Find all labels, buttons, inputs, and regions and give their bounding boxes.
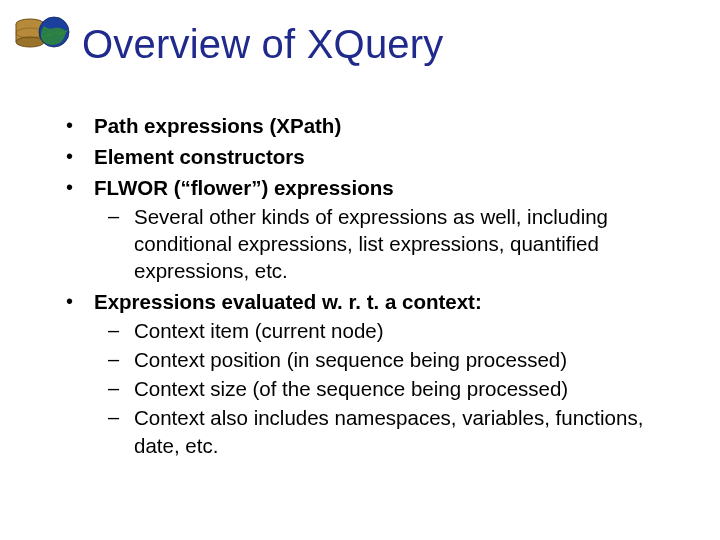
sub-bullet-item: Context item (current node) bbox=[94, 317, 692, 344]
slide-title: Overview of XQuery bbox=[82, 22, 444, 67]
sub-bullet-item: Context also includes namespaces, variab… bbox=[94, 404, 692, 458]
slide-body: Path expressions (XPath) Element constru… bbox=[54, 112, 692, 463]
sub-bullet-item: Context position (in sequence being proc… bbox=[94, 346, 692, 373]
bullet-text: Path expressions (XPath) bbox=[94, 114, 341, 137]
bullet-item: Path expressions (XPath) bbox=[54, 112, 692, 139]
sub-bullet-text: Context item (current node) bbox=[134, 319, 384, 342]
sub-bullet-item: Context size (of the sequence being proc… bbox=[94, 375, 692, 402]
sub-bullet-text: Context size (of the sequence being proc… bbox=[134, 377, 568, 400]
sub-bullet-list: Several other kinds of expressions as we… bbox=[94, 203, 692, 284]
sub-bullet-text: Context also includes namespaces, variab… bbox=[134, 406, 643, 456]
bullet-text: Expressions evaluated w. r. t. a context… bbox=[94, 290, 482, 313]
bullet-text: FLWOR (“flower”) expressions bbox=[94, 176, 394, 199]
slide: Overview of XQuery Path expressions (XPa… bbox=[0, 0, 720, 540]
bullet-text: Element constructors bbox=[94, 145, 305, 168]
bullet-list: Path expressions (XPath) Element constru… bbox=[54, 112, 692, 459]
globe-database-icon bbox=[14, 14, 72, 54]
bullet-item: Element constructors bbox=[54, 143, 692, 170]
sub-bullet-text: Context position (in sequence being proc… bbox=[134, 348, 567, 371]
sub-bullet-text: Several other kinds of expressions as we… bbox=[134, 205, 608, 282]
sub-bullet-item: Several other kinds of expressions as we… bbox=[94, 203, 692, 284]
svg-point-2 bbox=[16, 37, 44, 47]
bullet-item: FLWOR (“flower”) expressions Several oth… bbox=[54, 174, 692, 284]
bullet-item: Expressions evaluated w. r. t. a context… bbox=[54, 288, 692, 458]
sub-bullet-list: Context item (current node) Context posi… bbox=[94, 317, 692, 458]
